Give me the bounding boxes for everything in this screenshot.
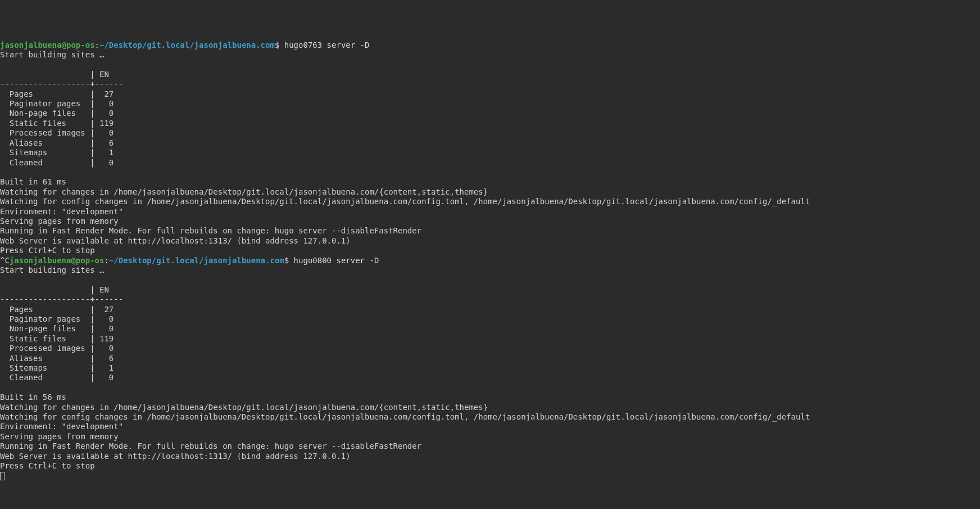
output-line: Press Ctrl+C to stop — [0, 246, 95, 255]
table-row: Sitemaps | 1 — [0, 148, 123, 157]
output-line: Built in 56 ms — [0, 393, 66, 402]
table-row: Non-page files | 0 — [0, 109, 123, 118]
table-header: | EN — [0, 285, 123, 294]
table-row: Static files | 119 — [0, 119, 123, 128]
output-line: Built in 61 ms — [0, 177, 66, 186]
output-line: Watching for config changes in /home/jas… — [0, 197, 810, 206]
prompt-path: ~/Desktop/git.local/jasonjalbuena.com — [99, 40, 275, 49]
table-header: | EN — [0, 70, 123, 79]
output-line: Running in Fast Render Mode. For full re… — [0, 226, 421, 235]
output-line: Watching for config changes in /home/jas… — [0, 412, 810, 421]
table-row: Pages | 27 — [0, 305, 123, 314]
output-line: Watching for changes in /home/jasonjalbu… — [0, 187, 488, 196]
interrupt-signal: ^C — [0, 256, 10, 265]
prompt-colon: : — [104, 256, 108, 265]
prompt-path: ~/Desktop/git.local/jasonjalbuena.com — [109, 256, 284, 265]
output-line: Press Ctrl+C to stop — [0, 461, 95, 470]
output-line: Start building sites … — [0, 265, 104, 274]
table-row: Pages | 27 — [0, 89, 123, 98]
table-row: Aliases | 6 — [0, 138, 123, 147]
table-row: Static files | 119 — [0, 334, 123, 343]
table-row: Cleaned | 0 — [0, 373, 123, 382]
prompt-user-host: jasonjalbuena@pop-os — [0, 40, 95, 49]
table-row: Processed images | 0 — [0, 344, 123, 353]
output-line: Watching for changes in /home/jasonjalbu… — [0, 403, 488, 412]
output-line: Environment: "development" — [0, 422, 123, 431]
terminal-output[interactable]: jasonjalbuena@pop-os:~/Desktop/git.local… — [0, 40, 980, 481]
output-line: Serving pages from memory — [0, 432, 119, 441]
table-separator: -------------------+------ — [0, 295, 123, 304]
output-line: Serving pages from memory — [0, 217, 119, 226]
prompt-dollar: $ — [275, 40, 284, 49]
table-row: Paginator pages | 0 — [0, 314, 123, 323]
table-row: Paginator pages | 0 — [0, 99, 123, 108]
table-row: Sitemaps | 1 — [0, 363, 123, 372]
table-row: Processed images | 0 — [0, 128, 123, 137]
cursor-icon — [0, 472, 4, 480]
table-separator: -------------------+------ — [0, 79, 123, 88]
prompt-user-host: jasonjalbuena@pop-os — [10, 256, 105, 265]
prompt-dollar: $ — [284, 256, 294, 265]
command-text: hugo0800 server -D — [294, 256, 379, 265]
output-line: Environment: "development" — [0, 207, 123, 216]
table-row: Aliases | 6 — [0, 354, 123, 363]
table-row: Cleaned | 0 — [0, 158, 123, 167]
output-line: Running in Fast Render Mode. For full re… — [0, 442, 421, 451]
table-row: Non-page files | 0 — [0, 324, 123, 333]
command-text: hugo0763 server -D — [284, 40, 370, 49]
prompt-colon: : — [95, 40, 99, 49]
output-line: Start building sites … — [0, 50, 104, 59]
output-line: Web Server is available at http://localh… — [0, 236, 351, 245]
output-line: Web Server is available at http://localh… — [0, 452, 351, 461]
